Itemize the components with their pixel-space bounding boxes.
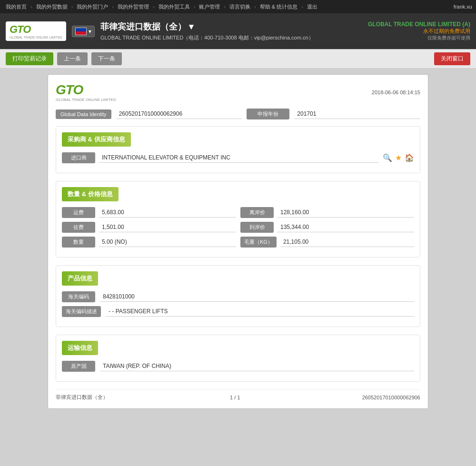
header-title-area: 菲律宾进口数据（全） ▾ GLOBAL TRADE ONLINE LIMITED… (100, 21, 362, 41)
logo-gto-text: GTO (10, 23, 62, 36)
quantity-pair: 数量 5.00 (NO) (62, 237, 236, 248)
toolbar-top: 打印贸易记录 上一条 下一条 关闭窗口 (0, 49, 476, 69)
declaration-year-value: 201701 (294, 109, 420, 119)
header-title-text: 菲律宾进口数据（全） (100, 21, 186, 32)
quantity-section: 数量 & 价格信息 运费 5,683.00 离岸价 128,160.00 佐费 … (56, 181, 420, 258)
departure-price-value: 128,160.00 (278, 208, 414, 218)
header-bar: GTO GLOBAL TRADE ONLINE LIMITED ▾ 菲律宾进口数… (0, 13, 476, 49)
customs-code-row: 海关编码 8428101000 (62, 291, 414, 302)
card-logo-gto: GTO (56, 82, 83, 98)
storage-row: 佐费 1,501.00 到岸价 135,344.00 (62, 222, 414, 233)
trial-sub: 仅限免费赤据可使用 (368, 35, 470, 41)
footer-page: 1 / 1 (230, 395, 240, 400)
nav-management[interactable]: 我的外贸管理 (116, 3, 151, 10)
customs-desc-label: 海关编码描述 (62, 306, 101, 317)
empty-space (10, 409, 466, 466)
origin-country-value: TAIWAN (REP. OF CHINA) (100, 361, 414, 371)
footer-source: 菲律宾进口数据（全） (56, 394, 108, 401)
departure-pair: 离岸价 128,160.00 (240, 207, 414, 218)
card-logo: GTO GLOBAL TRADE ONLINE LIMITED (56, 82, 116, 102)
departure-price-label: 离岸价 (240, 207, 274, 218)
philippines-flag (75, 28, 87, 35)
record-footer: 菲律宾进口数据（全） 1 / 1 26052017010000062906 (56, 389, 420, 401)
nav-items: 我的首页 › 我的外贸数据 › 我的外贸门户 › 我的外贸管理 › 我的外贸工具… (4, 3, 454, 10)
storage-label: 佐费 (62, 222, 95, 233)
transport-section: 运输信息 原产国 TAIWAN (REP. OF CHINA) (56, 335, 420, 382)
card-timestamp: 2018-06-06 08:14:15 (372, 89, 420, 95)
footer-id: 26052017010000062906 (362, 395, 420, 400)
supplier-section: 采购商 & 供应商信息 进口商 INTERNATIONAL ELEVATOR &… (56, 126, 420, 173)
top-navigation: 我的首页 › 我的外贸数据 › 我的外贸门户 › 我的外贸管理 › 我的外贸工具… (0, 0, 476, 13)
header-subtitle: GLOBAL TRADE ONLINE LIMITED（电话：400-710-3… (100, 34, 362, 41)
origin-country-row: 原产国 TAIWAN (REP. OF CHINA) (62, 361, 414, 372)
nav-tools[interactable]: 我的外贸工具 (157, 3, 192, 10)
customs-code-value: 8428101000 (100, 292, 414, 302)
transport-section-header: 运输信息 (62, 341, 98, 355)
nav-logout[interactable]: 退出 (305, 3, 319, 10)
global-data-identity-value: 26052017010000062906 (116, 109, 242, 119)
storage-pair: 佐费 1,501.00 (62, 222, 236, 233)
next-button-top[interactable]: 下一条 (91, 52, 122, 65)
quantity-section-header: 数量 & 价格信息 (62, 187, 119, 201)
flag-dropdown-arrow: ▾ (89, 28, 91, 35)
gross-weight-pair: 毛重（KG） 21,105.00 (240, 237, 414, 248)
trial-text: 永不过期的免费试用 (368, 28, 470, 35)
product-section: 产品信息 海关编码 8428101000 海关编码描述 - - PASSENGE… (56, 265, 420, 327)
username-display: frank.xu (454, 4, 472, 10)
nav-home[interactable]: 我的首页 (4, 3, 29, 10)
importer-row: 进口商 INTERNATIONAL ELEVATOR & EQUIPMENT I… (62, 152, 414, 163)
customs-code-label: 海关编码 (62, 291, 95, 302)
importer-label: 进口商 (62, 152, 95, 163)
nav-help[interactable]: 帮助 & 统计信息 (258, 3, 299, 10)
logo-subtitle: GLOBAL TRADE ONLINE LIMITED (10, 36, 62, 39)
supplier-section-header: 采购商 & 供应商信息 (62, 132, 131, 147)
flag-selector[interactable]: ▾ (72, 26, 95, 37)
arrival-pair: 到岸价 135,344.00 (240, 222, 414, 233)
header-title-arrow[interactable]: ▾ (189, 21, 193, 32)
product-section-header: 产品信息 (62, 271, 98, 286)
customs-desc-value: - - PASSENGER LIFTS (106, 307, 414, 317)
identity-row: Global Data Identity 2605201701000006290… (56, 109, 420, 119)
card-logo-sub: GLOBAL TRADE ONLINE LIMITED (56, 98, 116, 102)
gross-weight-value: 21,105.00 (280, 237, 414, 247)
gross-weight-label: 毛重（KG） (240, 237, 277, 248)
importer-value: INTERNATIONAL ELEVATOR & EQUIPMENT INC (99, 153, 379, 163)
freight-pair: 运费 5,683.00 (62, 207, 236, 218)
declaration-year-label: 申报年份 (247, 109, 289, 119)
freight-label: 运费 (62, 207, 95, 218)
record-card: GTO GLOBAL TRADE ONLINE LIMITED 2018-06-… (48, 74, 428, 409)
nav-account[interactable]: 账户管理 (197, 3, 222, 10)
nav-language[interactable]: 语言切换 (228, 3, 252, 10)
home-icon[interactable]: 🏠 (405, 153, 414, 162)
nav-trade-data[interactable]: 我的外贸数据 (34, 3, 69, 10)
global-data-identity-label: Global Data Identity (56, 109, 111, 119)
freight-row: 运费 5,683.00 离岸价 128,160.00 (62, 207, 414, 218)
freight-value: 5,683.00 (99, 208, 236, 218)
close-button-top[interactable]: 关闭窗口 (434, 52, 470, 65)
quantity-row: 数量 5.00 (NO) 毛重（KG） 21,105.00 (62, 237, 414, 248)
prev-button-top[interactable]: 上一条 (57, 52, 88, 65)
customs-desc-row: 海关编码描述 - - PASSENGER LIFTS (62, 306, 414, 317)
header-title: 菲律宾进口数据（全） ▾ (100, 21, 362, 32)
card-header: GTO GLOBAL TRADE ONLINE LIMITED 2018-06-… (56, 82, 420, 102)
quantity-label: 数量 (62, 237, 95, 248)
top-right-info: GLOBAL TRADE ONLINE LIMITED (A) 永不过期的免费试… (368, 21, 470, 41)
print-button-top[interactable]: 打印贸易记录 (6, 52, 53, 65)
star-icon[interactable]: ★ (395, 153, 402, 162)
main-content: GTO GLOBAL TRADE ONLINE LIMITED 2018-06-… (0, 69, 476, 466)
search-icon[interactable]: 🔍 (383, 153, 392, 162)
logo: GTO GLOBAL TRADE ONLINE LIMITED (6, 21, 66, 41)
supplier-icons: 🔍 ★ 🏠 (383, 153, 414, 162)
storage-value: 1,501.00 (99, 222, 236, 232)
arrival-price-label: 到岸价 (240, 222, 274, 233)
company-name-top: GLOBAL TRADE ONLINE LIMITED (A) (368, 21, 470, 28)
arrival-price-value: 135,344.00 (278, 222, 414, 232)
quantity-value: 5.00 (NO) (99, 237, 236, 247)
origin-country-label: 原产国 (62, 361, 95, 372)
nav-portal[interactable]: 我的外贸门户 (75, 3, 110, 10)
